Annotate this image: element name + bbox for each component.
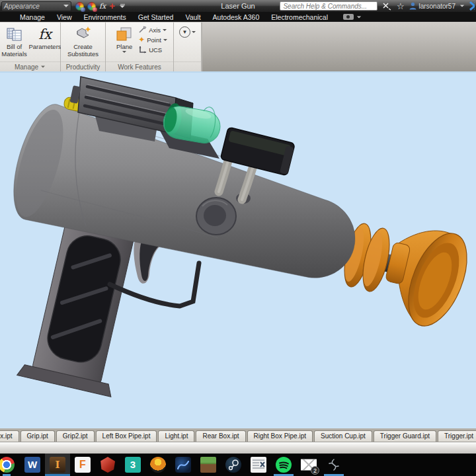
ucs-icon <box>138 46 147 54</box>
fusion360-icon: F <box>75 457 91 473</box>
user-account[interactable]: larsonator57 <box>409 2 456 10</box>
taskbar-fan-swirl-app[interactable] <box>321 454 346 476</box>
ucs-label: UCS <box>149 46 162 54</box>
taskbar-red-gem-app[interactable] <box>95 454 120 476</box>
group-label-work-features[interactable]: Work Features <box>106 61 173 71</box>
taskbar-mail[interactable]: 2 <box>296 454 321 476</box>
taskbar-word[interactable]: W <box>20 454 45 476</box>
tab-vault[interactable]: Vault <box>179 13 206 21</box>
doc-tab-trigger-guard[interactable]: Trigger Guard.ipt <box>374 430 436 442</box>
taskbar-chrome[interactable] <box>0 454 20 476</box>
doc-tab-light[interactable]: Light.ipt <box>158 430 194 442</box>
group-label-productivity[interactable]: Productivity <box>61 61 105 71</box>
taskbar-orange-ball-app[interactable] <box>145 454 171 476</box>
chevron-down-icon <box>63 5 69 7</box>
axis-icon <box>138 26 147 34</box>
group-label-manage[interactable]: Manage <box>0 61 60 71</box>
create-substitutes-label: Create Substitutes <box>64 44 102 58</box>
parameters-label: Parameters <box>28 44 61 51</box>
taskbar-fusion360[interactable]: F <box>70 454 95 476</box>
doc-tab-grip2[interactable]: Grip2.ipt <box>56 430 95 442</box>
panel-manage: Bill of Materials fx Parameters Manage <box>0 22 61 71</box>
tab-get-started[interactable]: Get Started <box>132 13 180 21</box>
parameters-quick-icon[interactable]: fx <box>99 2 106 11</box>
plane-label: Plane <box>116 44 132 51</box>
doc-tab-box[interactable]: Box.ipt <box>0 430 19 442</box>
taskbar-inventor[interactable]: I <box>45 454 70 476</box>
panel-productivity: Create Substitutes Productivity <box>61 22 106 71</box>
ucs-button[interactable]: UCS <box>138 46 167 54</box>
add-icon[interactable]: + <box>109 3 115 9</box>
appearance-label: Appearance <box>4 3 40 10</box>
bom-table-icon <box>7 25 22 42</box>
word-icon: W <box>24 457 40 473</box>
suction-cup[interactable] <box>385 225 476 335</box>
tab-view[interactable]: View <box>51 13 78 21</box>
fx-icon: fx <box>38 25 52 42</box>
substitute-block-icon <box>75 25 92 42</box>
doc-tab-suction-cup[interactable]: Suction Cup.ipt <box>314 430 372 442</box>
taskbar-spotify[interactable] <box>271 454 296 476</box>
doc-tab-grip[interactable]: Grip.ipt <box>20 430 55 442</box>
taskbar-blue-swirl-app[interactable] <box>171 454 196 476</box>
point-icon: ✦ <box>138 35 145 44</box>
doc-tab-right-box-pipe[interactable]: Right Box Pipe.ipt <box>247 430 313 442</box>
taskbar-steam[interactable] <box>221 454 246 476</box>
status-strip <box>0 442 476 454</box>
orange-ball-icon <box>150 457 166 473</box>
ribbon: Bill of Materials fx Parameters Manage C… <box>0 22 476 71</box>
steam-icon <box>225 457 241 473</box>
chevron-down-icon <box>163 29 167 31</box>
ribbon-tab-bar: Manage View Environments Get Started Vau… <box>0 12 476 22</box>
taskbar-document-app[interactable] <box>246 454 271 476</box>
tab-autodesk-a360[interactable]: Autodesk A360 <box>207 13 266 21</box>
document-tab-bar: Box.ipt Grip.ipt Grip2.ipt Left Box Pipe… <box>0 428 476 442</box>
toolbar-expander-icon[interactable] <box>120 4 125 8</box>
point-button[interactable]: ✦ Point <box>138 35 167 44</box>
plane-button[interactable]: Plane <box>112 24 137 54</box>
laser-gun-model[interactable] <box>0 73 476 428</box>
ribbon-empty-area <box>202 22 476 71</box>
minecraft-icon <box>200 457 216 473</box>
tab-environments[interactable]: Environments <box>78 13 132 21</box>
bill-of-materials-button[interactable]: Bill of Materials <box>0 24 28 59</box>
tab-manage[interactable]: Manage <box>0 13 51 21</box>
taskbar-3ds-max[interactable]: 3 <box>120 454 145 476</box>
taskbar-minecraft[interactable] <box>196 454 221 476</box>
3ds-max-icon: 3 <box>125 457 141 473</box>
tab-electromechanical[interactable]: Electromechanical <box>265 13 334 21</box>
doc-tab-trigger[interactable]: Trigger.ipt <box>438 430 476 442</box>
doc-tab-rear-box[interactable]: Rear Box.ipt <box>196 430 245 442</box>
appearance-dropdown[interactable]: Appearance <box>1 1 71 11</box>
bill-of-materials-label: Bill of Materials <box>1 44 27 58</box>
user-menu-chevron-icon[interactable] <box>460 5 464 7</box>
point-label: Point <box>147 36 161 44</box>
mail-icon: 2 <box>301 457 317 473</box>
axis-label: Axis <box>149 26 161 34</box>
taskbar: W I F 3 2 <box>0 454 476 476</box>
plane-icon <box>116 25 133 42</box>
chevron-down-icon <box>122 51 126 53</box>
chevron-down-icon <box>163 39 167 41</box>
chevron-down-icon <box>41 66 45 68</box>
clipped-help-icon[interactable] <box>469 1 475 11</box>
clear-appearance-icon[interactable] <box>87 2 96 11</box>
ribbon-expand-button[interactable]: ▼ <box>179 26 190 38</box>
camera-icon[interactable] <box>343 14 354 20</box>
document-app-icon <box>251 457 266 473</box>
parameters-button[interactable]: fx Parameters <box>30 24 60 52</box>
satellite-help-icon[interactable] <box>381 1 391 11</box>
ribbon-options-chevron-icon[interactable] <box>357 16 361 18</box>
search-input[interactable] <box>280 1 377 11</box>
username: larsonator57 <box>418 3 456 10</box>
panel-expander: ▼ <box>174 22 202 71</box>
spotify-icon <box>276 457 292 473</box>
doc-tab-left-box-pipe[interactable]: Left Box Pipe.ipt <box>96 430 157 442</box>
create-substitutes-button[interactable]: Create Substitutes <box>63 24 104 59</box>
blue-swirl-icon <box>175 457 191 473</box>
adjust-appearance-icon[interactable] <box>75 2 84 11</box>
favorites-star-icon[interactable]: ☆ <box>395 1 405 11</box>
chevron-down-icon <box>192 31 196 33</box>
viewport-3d[interactable] <box>0 73 476 428</box>
axis-button[interactable]: Axis <box>138 26 167 34</box>
